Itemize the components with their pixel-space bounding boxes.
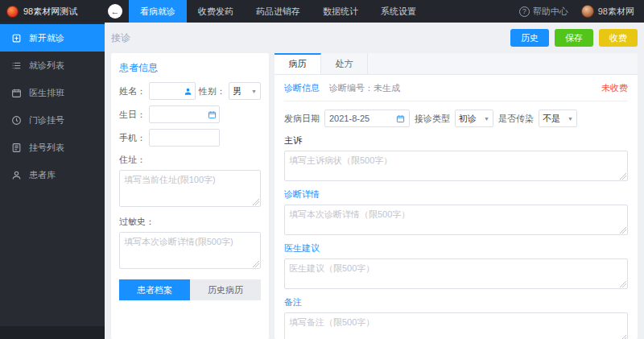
allergy-textarea[interactable] <box>119 232 261 269</box>
remark-label: 备注 <box>284 296 628 308</box>
chevron-down-icon: ▼ <box>484 116 489 122</box>
app-logo-icon <box>6 6 19 18</box>
fee-status-badge: 未收费 <box>601 82 628 94</box>
breadcrumb: 接诊 <box>111 31 130 45</box>
nav-tab-visit[interactable]: 看病就诊 <box>129 0 187 23</box>
sidebar: 新开就诊 就诊列表 医生排班 门诊挂号 挂号列表 <box>0 23 105 339</box>
tab-case-record[interactable]: 病历 <box>275 53 321 74</box>
document-list-icon <box>11 143 22 153</box>
gender-label: 性别： <box>199 85 225 97</box>
sidebar-item-label: 就诊列表 <box>29 60 64 72</box>
doctor-advice-label: 医生建议 <box>284 242 628 254</box>
remark-wrap <box>284 312 628 339</box>
content-row: 患者信息 姓名： 性别： 男 ▼ 生日 <box>111 53 638 339</box>
chevron-down-icon: ▼ <box>251 89 257 94</box>
layout: 新开就诊 就诊列表 医生排班 门诊挂号 挂号列表 <box>0 23 644 339</box>
sidebar-item-patient-library[interactable]: 患者库 <box>0 161 105 188</box>
calendar-icon <box>396 114 405 123</box>
sidebar-item-label: 新开就诊 <box>29 32 64 44</box>
app-title: 98素材网测试 <box>23 6 77 18</box>
birthday-row: 生日： <box>119 105 261 123</box>
medical-record-panel: 病历 处方 诊断信息 诊断编号：未生成 未收费 发病日期 2021-8-25 <box>275 53 638 339</box>
onset-date-value: 2021-8-25 <box>329 114 369 123</box>
help-label: 帮助中心 <box>533 6 568 18</box>
sidebar-item-label: 挂号列表 <box>29 142 64 154</box>
nav-tab-statistics[interactable]: 数据统计 <box>312 0 369 23</box>
address-field-wrap <box>119 170 261 207</box>
save-button[interactable]: 保存 <box>555 29 593 47</box>
question-icon: ? <box>519 6 530 17</box>
name-gender-row: 姓名： 性别： 男 ▼ <box>119 82 261 100</box>
sidebar-item-outpatient-register[interactable]: 门诊挂号 <box>0 106 105 134</box>
nav-tab-settings[interactable]: 系统设置 <box>369 0 427 23</box>
diagnosis-detail-textarea[interactable] <box>284 205 628 235</box>
birthday-input[interactable] <box>149 105 220 123</box>
history-button[interactable]: 历史 <box>510 29 549 47</box>
sidebar-item-label: 医生排班 <box>29 87 64 99</box>
user-menu[interactable]: 98素材网 <box>581 5 634 18</box>
tab-prescription[interactable]: 处方 <box>321 53 368 74</box>
sidebar-item-register-list[interactable]: 挂号列表 <box>0 134 105 161</box>
calendar-icon <box>11 88 22 98</box>
sidebar-item-label: 患者库 <box>29 169 56 181</box>
charge-button[interactable]: 收费 <box>599 29 638 47</box>
sidebar-item-doctor-schedule[interactable]: 医生排班 <box>0 79 105 106</box>
onset-form-row: 发病日期 2021-8-25 接诊类型 初诊 ▼ 是否传染 <box>284 110 628 127</box>
gender-select[interactable]: 男 ▼ <box>229 82 261 100</box>
address-textarea[interactable] <box>119 170 261 207</box>
phone-input[interactable] <box>149 129 220 147</box>
phone-row: 手机： <box>119 129 261 147</box>
plus-square-icon <box>11 33 22 43</box>
sidebar-collapse-bar[interactable] <box>0 326 105 339</box>
infectious-label: 是否传染 <box>498 113 534 125</box>
patient-info-panel: 患者信息 姓名： 性别： 男 ▼ 生日 <box>111 53 269 339</box>
person-icon <box>11 170 22 180</box>
topbar: 98素材网测试 ← 看病就诊 收费发药 药品进销存 数据统计 系统设置 ? 帮助… <box>0 0 644 23</box>
name-input[interactable] <box>149 82 196 100</box>
sidebar-item-visit-list[interactable]: 就诊列表 <box>0 52 105 79</box>
nav-tab-drug-inventory[interactable]: 药品进销存 <box>245 0 312 23</box>
nav-tab-charge-dispense[interactable]: 收费发药 <box>187 0 245 23</box>
brand: 98素材网测试 <box>0 6 105 18</box>
allergy-label: 过敏史： <box>119 216 261 228</box>
onset-date-picker[interactable]: 2021-8-25 <box>324 110 410 127</box>
tab-history-records[interactable]: 历史病历 <box>190 279 261 300</box>
patient-info-title: 患者信息 <box>119 61 261 75</box>
name-field-wrap <box>149 82 196 100</box>
infectious-value: 不是 <box>543 113 560 125</box>
birthday-field-wrap <box>149 105 220 123</box>
remark-textarea[interactable] <box>284 312 628 339</box>
sidebar-item-new-visit[interactable]: 新开就诊 <box>0 24 105 52</box>
user-name: 98素材网 <box>598 6 634 18</box>
chevron-down-icon: ▼ <box>568 116 573 122</box>
gender-value: 男 <box>233 85 242 97</box>
allergy-field-wrap <box>119 232 261 269</box>
infectious-select[interactable]: 不是 ▼ <box>539 110 577 127</box>
chief-complaint-wrap <box>284 151 628 181</box>
main-content: 接诊 历史 保存 收费 患者信息 姓名： 性 <box>105 23 644 339</box>
visit-type-select[interactable]: 初诊 ▼ <box>455 110 493 127</box>
record-body: 诊断信息 诊断编号：未生成 未收费 发病日期 2021-8-25 接诊类型 <box>275 75 638 339</box>
birthday-label: 生日： <box>119 109 146 121</box>
phone-field-wrap <box>149 129 220 147</box>
record-tabs: 病历 处方 <box>275 53 638 75</box>
onset-date-label: 发病日期 <box>284 113 320 125</box>
back-button[interactable]: ← <box>108 4 122 19</box>
tab-patient-profile[interactable]: 患者档案 <box>119 279 190 300</box>
doctor-advice-wrap <box>284 258 628 289</box>
diagnosis-info-title: 诊断信息 <box>284 82 320 94</box>
address-label: 住址： <box>119 154 261 166</box>
page-actions: 历史 保存 收费 <box>510 29 638 47</box>
list-icon <box>11 60 22 71</box>
help-center-button[interactable]: ? 帮助中心 <box>519 6 568 18</box>
patient-bottom-tabs: 患者档案 历史病历 <box>119 279 261 300</box>
visit-type-label: 接诊类型 <box>415 113 450 125</box>
page-header: 接诊 历史 保存 收费 <box>111 28 638 48</box>
phone-label: 手机： <box>119 132 146 144</box>
sidebar-item-label: 门诊挂号 <box>29 114 64 126</box>
chief-complaint-textarea[interactable] <box>284 151 628 181</box>
topbar-right: ? 帮助中心 98素材网 <box>519 5 644 18</box>
doctor-advice-textarea[interactable] <box>284 258 628 289</box>
top-nav: 看病就诊 收费发药 药品进销存 数据统计 系统设置 <box>129 0 427 23</box>
diagnosis-number: 诊断编号：未生成 <box>329 82 400 94</box>
